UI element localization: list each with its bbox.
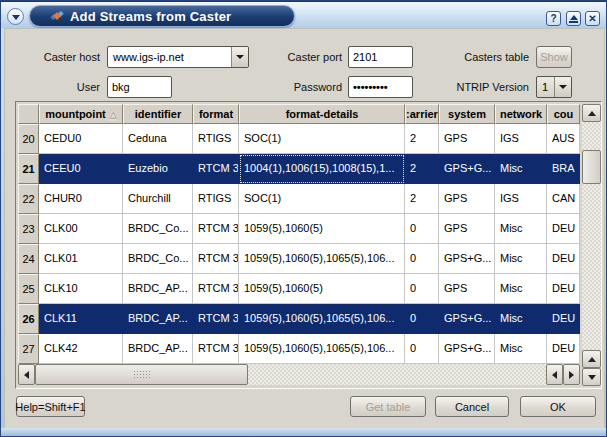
cell-cou[interactable]: DEU xyxy=(547,334,580,364)
row-number[interactable]: 27 xyxy=(18,334,39,364)
cell-:arrier[interactable]: 0 xyxy=(405,274,439,304)
cell-network[interactable]: Misc xyxy=(495,334,547,364)
header-cell-:arrier[interactable]: :arrier xyxy=(405,104,439,124)
cell-format-details[interactable]: SOC(1) xyxy=(239,184,405,214)
cell-cou[interactable]: DEU xyxy=(547,244,580,274)
cell-format-details[interactable]: SOC(1) xyxy=(239,124,405,154)
cell-:arrier[interactable]: 2 xyxy=(405,124,439,154)
cell-format[interactable]: RTCM 3.0 xyxy=(193,154,239,184)
cell-:arrier[interactable]: 0 xyxy=(405,334,439,364)
cell-network[interactable]: IGS xyxy=(495,184,547,214)
cell-system[interactable]: GPS xyxy=(439,124,495,154)
cell-network[interactable]: Misc xyxy=(495,274,547,304)
caster-host-combobox[interactable]: www.igs-ip.net xyxy=(107,46,249,68)
cell-mountpoint[interactable]: CLK01 xyxy=(39,244,123,274)
cell-format[interactable]: RTIGS xyxy=(193,184,239,214)
header-cell-format-details[interactable]: format-details xyxy=(239,104,405,124)
ntrip-version-combobox[interactable]: 1 xyxy=(536,76,572,98)
user-input[interactable] xyxy=(107,76,172,98)
caster-port-input[interactable] xyxy=(348,46,413,68)
close-button[interactable]: ✕ xyxy=(585,11,600,26)
cell-identifier[interactable]: Churchill xyxy=(123,184,193,214)
cell-system[interactable]: GPS xyxy=(439,214,495,244)
row-number[interactable]: 22 xyxy=(18,184,39,214)
horizontal-scrollbar-trough[interactable] xyxy=(248,364,546,385)
row-number[interactable]: 25 xyxy=(18,274,39,304)
table-row[interactable]: 20CEDU0CedunaRTIGSSOC(1)2GPSIGSAUS xyxy=(18,124,580,154)
cell-system[interactable]: GPS+G... xyxy=(439,304,495,334)
table-row[interactable]: 26CLK11BRDC_AP...RTCM 3.01059(5),1060(5)… xyxy=(18,304,580,334)
scroll-left-button[interactable] xyxy=(18,364,35,385)
cell-mountpoint[interactable]: CLK42 xyxy=(39,334,123,364)
cell-network[interactable]: Misc xyxy=(495,304,547,334)
cell-mountpoint[interactable]: CEEU0 xyxy=(39,154,123,184)
cell-network[interactable]: Misc xyxy=(495,244,547,274)
titlebar[interactable]: Add Streams from Caster ? ✕ xyxy=(1,1,606,28)
cell-network[interactable]: Misc xyxy=(495,214,547,244)
cell-cou[interactable]: AUS xyxy=(547,124,580,154)
cell-cou[interactable]: BRA xyxy=(547,154,580,184)
password-input[interactable] xyxy=(348,76,413,98)
cell-identifier[interactable]: BRDC_Co... xyxy=(123,244,193,274)
cell-:arrier[interactable]: 2 xyxy=(405,184,439,214)
cell-network[interactable]: IGS xyxy=(495,124,547,154)
cell-:arrier[interactable]: 0 xyxy=(405,214,439,244)
cell-cou[interactable]: DEU xyxy=(547,274,580,304)
cell-identifier[interactable]: BRDC_AP... xyxy=(123,304,193,334)
table-row[interactable]: 22CHUR0ChurchillRTIGSSOC(1)2GPSIGSCAN xyxy=(18,184,580,214)
help-titlebar-button[interactable]: ? xyxy=(546,11,561,26)
scroll-down-button[interactable] xyxy=(582,368,601,386)
chevron-down-icon[interactable] xyxy=(231,47,248,67)
cell-format[interactable]: RTCM 3.0 xyxy=(193,244,239,274)
cell-identifier[interactable]: BRDC_AP... xyxy=(123,274,193,304)
cell-mountpoint[interactable]: CHUR0 xyxy=(39,184,123,214)
cell-identifier[interactable]: BRDC_Co... xyxy=(123,214,193,244)
cell-format[interactable]: RTIGS xyxy=(193,124,239,154)
row-number[interactable]: 26 xyxy=(18,304,39,334)
cancel-button[interactable]: Cancel xyxy=(435,396,509,417)
row-number[interactable]: 23 xyxy=(18,214,39,244)
cell-identifier[interactable]: Ceduna xyxy=(123,124,193,154)
cell-cou[interactable]: CAN xyxy=(547,184,580,214)
scroll-left-button-2[interactable] xyxy=(546,364,563,385)
vertical-scrollbar-trough[interactable] xyxy=(582,122,601,350)
cell-system[interactable]: GPS xyxy=(439,274,495,304)
show-button[interactable]: Show xyxy=(536,46,572,68)
cell-:arrier[interactable]: 0 xyxy=(405,304,439,334)
cell-mountpoint[interactable]: CLK11 xyxy=(39,304,123,334)
window-menu-button[interactable] xyxy=(7,8,24,25)
header-cell-cou[interactable]: cou xyxy=(547,104,580,124)
cell-format-details[interactable]: 1059(5),1060(5) xyxy=(239,274,405,304)
horizontal-scrollbar-thumb[interactable] xyxy=(35,364,248,385)
cell-:arrier[interactable]: 2 xyxy=(405,154,439,184)
cell-format-details[interactable]: 1004(1),1006(15),1008(15),1... xyxy=(239,154,405,184)
chevron-down-icon[interactable] xyxy=(554,77,571,97)
get-table-button[interactable]: Get table xyxy=(350,396,426,417)
row-number[interactable]: 21 xyxy=(18,154,39,184)
vertical-scrollbar[interactable] xyxy=(582,104,601,386)
cell-format[interactable]: RTCM 3.0 xyxy=(193,334,239,364)
help-shortcut-button[interactable]: Help=Shift+F1 xyxy=(16,396,85,417)
cell-system[interactable]: GPS xyxy=(439,184,495,214)
cell-mountpoint[interactable]: CLK10 xyxy=(39,274,123,304)
table-row[interactable]: 21CEEU0EuzebioRTCM 3.01004(1),1006(15),1… xyxy=(18,154,580,184)
cell-:arrier[interactable]: 0 xyxy=(405,244,439,274)
ok-button[interactable]: OK xyxy=(520,396,596,417)
row-number[interactable]: 20 xyxy=(18,124,39,154)
cell-identifier[interactable]: BRDC_AP... xyxy=(123,334,193,364)
header-cell-mountpoint[interactable]: mountpoint△ xyxy=(39,104,123,124)
cell-system[interactable]: GPS+G... xyxy=(439,334,495,364)
cell-format-details[interactable]: 1059(5),1060(5),1065(5),106... xyxy=(239,244,405,274)
cell-format-details[interactable]: 1059(5),1060(5) xyxy=(239,214,405,244)
cell-format-details[interactable]: 1059(5),1060(5),1065(5),106... xyxy=(239,334,405,364)
cell-cou[interactable]: DEU xyxy=(547,304,580,334)
table-row[interactable]: 25CLK10BRDC_AP...RTCM 3.01059(5),1060(5)… xyxy=(18,274,580,304)
cell-format-details[interactable]: 1059(5),1060(5),1065(5),106... xyxy=(239,304,405,334)
table-row[interactable]: 24CLK01BRDC_Co...RTCM 3.01059(5),1060(5)… xyxy=(18,244,580,274)
cell-format[interactable]: RTCM 3.0 xyxy=(193,274,239,304)
scroll-right-button[interactable] xyxy=(563,364,580,385)
row-number[interactable]: 24 xyxy=(18,244,39,274)
header-cell-system[interactable]: system xyxy=(439,104,495,124)
scroll-up-button[interactable] xyxy=(582,104,601,122)
header-cell-format[interactable]: format xyxy=(193,104,239,124)
